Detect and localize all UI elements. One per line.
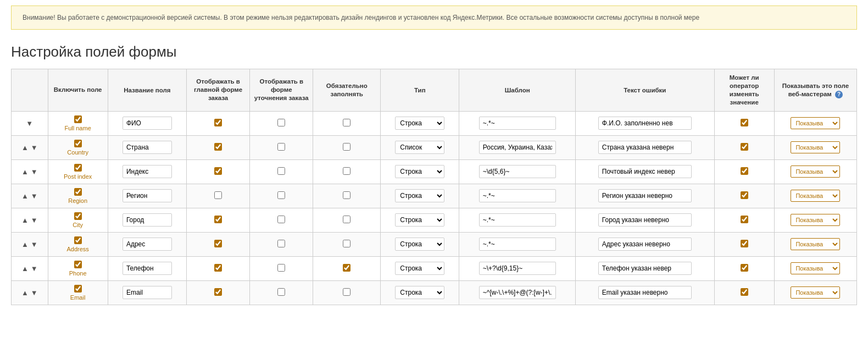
show-web-select[interactable]: ПоказываНе показ [791, 117, 840, 129]
show-clarify-checkbox[interactable] [277, 191, 285, 199]
include-checkbox[interactable] [74, 115, 82, 123]
show-main-checkbox[interactable] [214, 264, 222, 272]
error-text-input[interactable] [598, 117, 692, 130]
required-checkbox[interactable] [343, 119, 350, 126]
arrow-down-btn[interactable]: ▼ [30, 143, 39, 152]
pattern-input[interactable] [479, 141, 556, 154]
operator-change-checkbox[interactable] [741, 216, 748, 223]
include-checkbox[interactable] [74, 236, 82, 244]
required-checkbox[interactable] [343, 264, 350, 272]
pattern-input[interactable] [479, 213, 556, 227]
show-main-checkbox[interactable] [214, 167, 222, 175]
field-name-input[interactable] [123, 165, 172, 178]
error-text-input[interactable] [598, 141, 692, 154]
arrow-down-btn[interactable]: ▼ [25, 119, 34, 128]
arrow-up-btn[interactable]: ▲ [20, 288, 30, 297]
th-required: Обязательно заполнять [313, 69, 381, 112]
type-select[interactable]: СтрокаСписокЧислоДата [395, 189, 444, 202]
error-text-input[interactable] [598, 189, 692, 202]
include-checkbox[interactable] [74, 164, 82, 172]
show-web-select[interactable]: ПоказываНе показ [791, 262, 840, 274]
required-checkbox[interactable] [343, 216, 350, 223]
required-checkbox[interactable] [343, 240, 350, 247]
error-text-input[interactable] [598, 165, 692, 178]
required-checkbox[interactable] [343, 191, 350, 199]
show-web-select[interactable]: ПоказываНе показ [791, 166, 840, 178]
type-select[interactable]: СтрокаСписокЧислоДата [395, 238, 444, 251]
arrow-down-btn[interactable]: ▼ [30, 191, 39, 201]
error-text-input[interactable] [598, 213, 692, 227]
include-checkbox[interactable] [74, 212, 82, 220]
show-web-select[interactable]: ПоказываНе показ [791, 190, 840, 202]
show-clarify-checkbox[interactable] [277, 264, 285, 272]
operator-change-checkbox[interactable] [741, 264, 748, 272]
required-checkbox[interactable] [343, 167, 350, 175]
show-main-checkbox[interactable] [214, 143, 222, 151]
pattern-input[interactable] [479, 238, 556, 251]
type-select[interactable]: СтрокаСписокЧислоДата [395, 141, 444, 154]
show-web-select[interactable]: ПоказываНе показ [791, 286, 840, 299]
pattern-input[interactable] [479, 117, 556, 130]
arrow-down-btn[interactable]: ▼ [30, 288, 39, 297]
pattern-input[interactable] [479, 165, 556, 178]
operator-change-checkbox[interactable] [741, 119, 748, 126]
arrow-down-btn[interactable]: ▼ [30, 264, 39, 273]
operator-change-checkbox[interactable] [741, 288, 748, 296]
required-checkbox[interactable] [343, 143, 350, 151]
required-checkbox[interactable] [343, 288, 350, 296]
operator-change-checkbox[interactable] [741, 191, 748, 199]
show-main-checkbox[interactable] [214, 216, 222, 223]
type-select[interactable]: СтрокаСписокЧислоДата [395, 117, 444, 130]
show-clarify-checkbox[interactable] [277, 288, 285, 296]
pattern-input[interactable] [479, 286, 556, 299]
include-cell: Phone [48, 256, 108, 280]
show-clarify-checkbox[interactable] [277, 216, 285, 223]
field-name-input[interactable] [123, 286, 172, 299]
error-text-input[interactable] [598, 238, 692, 251]
field-name-input[interactable] [123, 238, 172, 251]
include-checkbox[interactable] [74, 140, 82, 147]
show-clarify-checkbox[interactable] [277, 143, 285, 151]
show-main-checkbox[interactable] [214, 119, 222, 126]
arrow-up-btn[interactable]: ▲ [20, 216, 30, 225]
show-web-select[interactable]: ПоказываНе показ [791, 238, 840, 250]
field-name-input[interactable] [123, 213, 172, 227]
field-name-input[interactable] [123, 141, 172, 154]
show-main-checkbox[interactable] [214, 240, 222, 247]
show-web-select[interactable]: ПоказываНе показ [791, 214, 840, 226]
arrow-up-btn[interactable]: ▲ [20, 167, 30, 176]
include-cell: Address [48, 232, 108, 256]
help-icon[interactable]: ? [835, 91, 843, 98]
arrow-down-btn[interactable]: ▼ [30, 240, 39, 249]
error-text-input[interactable] [598, 286, 692, 299]
arrow-up-btn[interactable]: ▲ [20, 191, 30, 201]
arrow-up-btn[interactable]: ▲ [20, 143, 30, 152]
arrow-up-btn[interactable]: ▲ [20, 264, 30, 273]
field-name-input[interactable] [123, 262, 172, 275]
show-main-checkbox[interactable] [214, 191, 222, 199]
pattern-input[interactable] [479, 262, 556, 275]
pattern-input[interactable] [479, 189, 556, 202]
arrow-down-btn[interactable]: ▼ [30, 167, 39, 176]
include-checkbox[interactable] [74, 188, 82, 196]
type-select[interactable]: СтрокаСписокЧислоДата [395, 165, 444, 178]
show-clarify-checkbox[interactable] [277, 119, 285, 126]
th-error-text: Текст ошибки [576, 69, 715, 112]
show-web-select[interactable]: ПоказываНе показ [791, 141, 840, 153]
include-checkbox[interactable] [74, 261, 82, 268]
type-select[interactable]: СтрокаСписокЧислоДата [395, 213, 444, 227]
type-select[interactable]: СтрокаСписокЧислоДата [395, 286, 444, 299]
show-clarify-checkbox[interactable] [277, 167, 285, 175]
operator-change-checkbox[interactable] [741, 240, 748, 247]
operator-change-checkbox[interactable] [741, 167, 748, 175]
arrow-up-btn[interactable]: ▲ [20, 240, 30, 249]
field-name-input[interactable] [123, 189, 172, 202]
arrow-down-btn[interactable]: ▼ [30, 216, 39, 225]
error-text-input[interactable] [598, 262, 692, 275]
show-clarify-checkbox[interactable] [277, 240, 285, 247]
type-select[interactable]: СтрокаСписокЧислоДата [395, 262, 444, 275]
field-name-input[interactable] [123, 117, 172, 130]
operator-change-checkbox[interactable] [741, 143, 748, 151]
include-checkbox[interactable] [74, 285, 82, 293]
show-main-checkbox[interactable] [214, 288, 222, 296]
